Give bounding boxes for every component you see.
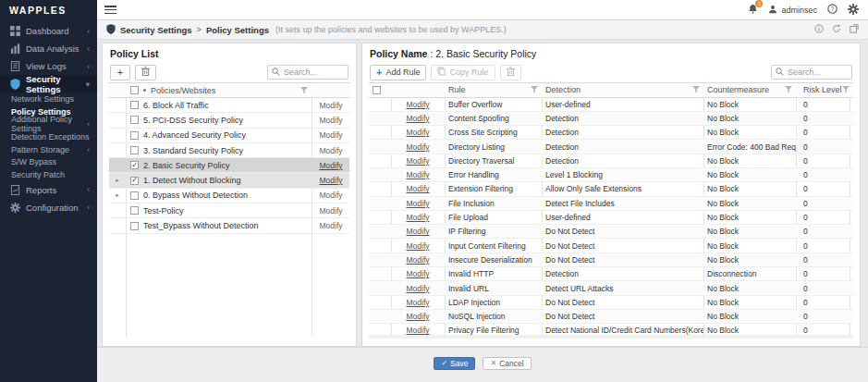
modify-link[interactable]: Modify — [406, 114, 429, 123]
rule-table-row[interactable]: Modify Input Content Filtering Do Not De… — [369, 239, 853, 253]
filter-icon[interactable] — [692, 86, 700, 93]
user-menu[interactable]: adminsec — [768, 5, 817, 16]
rule-table-row[interactable]: Modify File Upload User-defined No Block… — [369, 211, 853, 225]
sidebar-item-reports[interactable]: Reports ‹ — [0, 181, 97, 199]
modify-link[interactable]: Modify — [319, 101, 342, 110]
sidebar-item-security-patch[interactable]: Security Patch — [0, 168, 97, 181]
rule-table-row[interactable]: Modify NoSQL Injection Do Not Detect No … — [369, 310, 853, 324]
policy-list-row[interactable]: ▸ 2. Basic Security Policy Modify — [109, 158, 349, 173]
modify-link[interactable]: Modify — [406, 213, 429, 222]
modify-link[interactable]: Modify — [319, 176, 342, 185]
rule-table-row[interactable]: Modify LDAP Injection Do Not Detect No B… — [369, 296, 853, 310]
rule-table-row[interactable]: Modify Invalid HTTP Detection Disconnect… — [369, 267, 853, 281]
sidebar-item-dashboard[interactable]: Dashboard ‹ — [0, 22, 97, 40]
modify-link[interactable]: Modify — [406, 199, 429, 208]
modify-link[interactable]: Modify — [406, 142, 429, 152]
rule-table-row[interactable]: Modify Insecure Deserialization Do Not D… — [369, 253, 853, 267]
modify-link[interactable]: Modify — [406, 184, 429, 193]
filter-icon[interactable] — [300, 87, 308, 94]
policy-list-row[interactable]: ▸ Test-Policy Modify — [109, 203, 349, 218]
row-checkbox[interactable] — [130, 146, 139, 154]
select-all-checkbox[interactable] — [373, 86, 381, 94]
rule-table-row[interactable]: Modify Directory Traversal Detection No … — [369, 154, 853, 168]
delete-rule-button[interactable] — [500, 65, 521, 80]
modify-link[interactable]: Modify — [406, 312, 429, 321]
row-checkbox[interactable] — [130, 161, 139, 169]
row-checkbox[interactable] — [130, 101, 139, 109]
modify-link[interactable]: Modify — [406, 241, 429, 251]
sidebar-item-security-settings[interactable]: Security Settings ▾ — [0, 75, 97, 92]
row-expander[interactable]: ▸ — [109, 191, 126, 199]
row-checkbox[interactable] — [130, 206, 139, 215]
rule-table-row[interactable]: Modify Invalid URL Detect URL Attacks No… — [369, 281, 853, 295]
sidebar-item-s-w-bypass[interactable]: S/W Bypass — [0, 155, 97, 168]
delete-policy-button[interactable] — [135, 65, 156, 80]
row-checkbox[interactable] — [130, 116, 139, 124]
add-rule-button[interactable]: + Add Rule — [370, 65, 426, 80]
modify-link[interactable]: Modify — [319, 130, 342, 140]
cancel-button[interactable]: ✕ Cancel — [483, 357, 531, 370]
sidebar-item-additional-policy-settings[interactable]: Additional Policy Settings ‹ — [0, 117, 97, 130]
rule-table-row[interactable]: Modify Privacy File Filtering Detect Nat… — [369, 324, 853, 338]
row-expander[interactable]: ▸ — [109, 102, 126, 109]
sidebar-item-configuration[interactable]: Configuration ‹ — [0, 199, 97, 216]
breadcrumb-section[interactable]: Security Settings — [120, 25, 192, 35]
modify-link[interactable]: Modify — [406, 269, 429, 278]
filter-icon[interactable] — [531, 86, 538, 93]
row-expander[interactable]: ▸ — [109, 147, 126, 154]
row-expander[interactable]: ▸ — [109, 177, 126, 184]
rule-table-row[interactable]: Modify File Inclusion Detect File Includ… — [369, 197, 853, 211]
help-button[interactable]: ? — [827, 4, 837, 16]
modify-link[interactable]: Modify — [319, 116, 342, 125]
modify-link[interactable]: Modify — [319, 161, 342, 170]
row-expander[interactable]: ▸ — [109, 207, 126, 215]
sidebar-item-network-settings[interactable]: Network Settings — [0, 92, 97, 105]
add-policy-button[interactable]: + — [110, 65, 130, 80]
row-checkbox[interactable] — [130, 191, 139, 200]
sidebar-item-detection-exceptions[interactable]: Detection Exceptions — [0, 130, 97, 143]
modify-link[interactable]: Modify — [406, 128, 429, 137]
search-input[interactable] — [284, 68, 344, 77]
modify-link[interactable]: Modify — [406, 284, 429, 293]
rule-table-row[interactable]: Modify Buffer Overflow User-defined No B… — [369, 98, 853, 112]
save-button[interactable]: ✓ Save — [434, 357, 475, 370]
sidebar-item-data-analysis[interactable]: Data Analysis ‹ — [0, 40, 97, 57]
rule-table-row[interactable]: Modify IP Filtering Do Not Detect No Blo… — [369, 225, 853, 239]
row-checkbox[interactable] — [130, 131, 139, 140]
settings-button[interactable] — [848, 4, 859, 17]
rule-table-row[interactable]: Modify Cross Site Scripting Detection No… — [369, 126, 853, 140]
policy-list-row[interactable]: ▸ 4. Advanced Security Policy Modify — [109, 129, 349, 143]
modify-link[interactable]: Modify — [406, 298, 429, 307]
refresh-icon[interactable] — [832, 24, 841, 35]
copy-rule-button[interactable]: Copy Rule — [431, 65, 495, 80]
modify-link[interactable]: Modify — [406, 326, 429, 335]
sidebar-item-view-logs[interactable]: View Logs ‹ — [0, 57, 97, 75]
rule-table-row[interactable]: Modify Extension Filtering Allow Only Sa… — [369, 182, 853, 196]
filter-icon[interactable] — [785, 86, 792, 93]
modify-link[interactable]: Modify — [319, 221, 342, 230]
modify-link[interactable]: Modify — [406, 170, 429, 179]
modify-link[interactable]: Modify — [319, 206, 342, 216]
external-link-icon[interactable] — [850, 24, 859, 35]
filter-icon[interactable] — [842, 86, 850, 93]
policy-list-row[interactable]: ▸ Test_Bypass Without Detection Modify — [109, 218, 349, 233]
row-expander[interactable]: ▸ — [109, 117, 126, 124]
row-expander[interactable]: ▸ — [109, 162, 126, 169]
modify-link[interactable]: Modify — [319, 191, 342, 200]
info-icon[interactable] — [814, 24, 824, 35]
rule-table-row[interactable]: Modify Directory Listing Detection Error… — [369, 140, 853, 154]
modify-link[interactable]: Modify — [406, 255, 429, 265]
modify-link[interactable]: Modify — [406, 227, 429, 236]
policy-list-row[interactable]: ▸ 5. PCI-DSS Security Policy Modify — [109, 113, 349, 128]
sidebar-item-pattern-storage[interactable]: Pattern Storage ‹ — [0, 143, 97, 156]
modify-link[interactable]: Modify — [406, 156, 429, 166]
policy-list-row[interactable]: ▸ 3. Standard Security Policy Modify — [109, 143, 349, 158]
policy-list-row[interactable]: ▸ 1. Detect Without Blocking Modify — [109, 173, 349, 188]
search-input[interactable] — [788, 68, 848, 77]
select-all-checkbox[interactable] — [130, 86, 139, 94]
row-checkbox[interactable] — [130, 177, 139, 185]
notifications-button[interactable]: 1 — [748, 4, 758, 16]
rule-table-row[interactable]: Modify Content Spoofing Detection No Blo… — [369, 112, 853, 126]
policy-list-row[interactable]: ▸ 6. Block All Traffic Modify — [109, 98, 349, 113]
row-checkbox[interactable] — [130, 222, 139, 230]
